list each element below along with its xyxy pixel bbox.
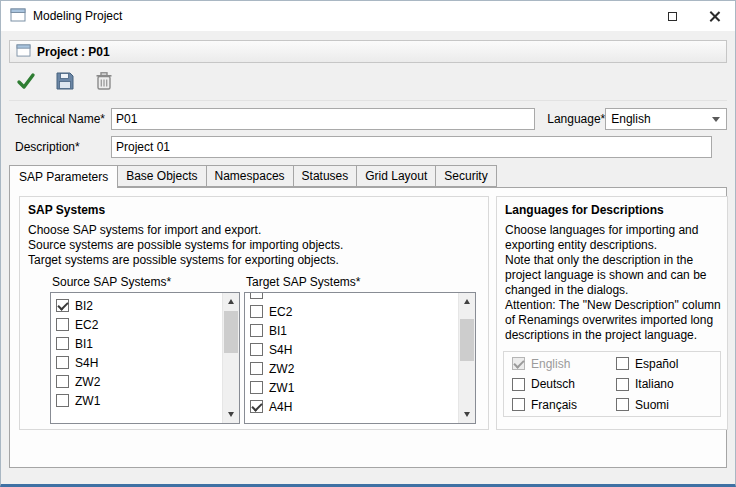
close-button[interactable] — [693, 1, 735, 31]
description-label: Description* — [15, 140, 111, 154]
language-label: Language* — [547, 112, 605, 126]
scroll-thumb[interactable] — [224, 311, 238, 353]
list-item[interactable]: BI1 — [56, 334, 222, 353]
checkbox[interactable] — [56, 356, 69, 369]
system-lists: Source SAP Systems* BI2 EC2 BI1 S4H ZW2 … — [50, 275, 488, 424]
arrow-up-icon — [228, 299, 234, 304]
sap-parameters-panel: SAP Systems Choose SAP systems for impor… — [9, 187, 727, 468]
checkbox[interactable] — [250, 381, 263, 394]
list-item[interactable]: ZW1 — [56, 391, 222, 410]
chevron-down-icon — [712, 117, 720, 122]
list-item[interactable]: S4H — [250, 340, 458, 359]
tab-strip: SAP Parameters Base Objects Namespaces S… — [9, 165, 727, 187]
trash-icon — [95, 71, 113, 94]
list-item[interactable]: A4H — [250, 397, 458, 416]
source-systems-listbox[interactable]: BI2 EC2 BI1 S4H ZW2 ZW1 — [50, 292, 240, 424]
language-option-espanol[interactable]: Español — [616, 355, 720, 373]
close-icon — [708, 10, 721, 23]
checkbox[interactable] — [56, 394, 69, 407]
source-systems-column: Source SAP Systems* BI2 EC2 BI1 S4H ZW2 … — [50, 275, 240, 424]
languages-description: Choose languages for importing and expor… — [505, 223, 721, 343]
list-item[interactable]: BI1 — [250, 321, 458, 340]
scroll-thumb[interactable] — [460, 319, 474, 361]
languages-title: Languages for Descriptions — [505, 203, 719, 217]
list-item[interactable]: S4H — [56, 353, 222, 372]
maximize-icon — [668, 12, 677, 21]
arrow-down-icon — [464, 412, 470, 417]
checkbox[interactable] — [56, 318, 69, 331]
delete-button[interactable] — [91, 70, 117, 95]
scroll-down-button[interactable] — [223, 406, 239, 423]
tab-base-objects[interactable]: Base Objects — [117, 165, 206, 187]
languages-checkbox-panel: English Español Deutsch Italiano Françai… — [503, 351, 721, 417]
target-systems-listbox[interactable]: EC2 BI1 S4H ZW2 ZW1 A4H — [244, 292, 476, 424]
toolbar — [9, 67, 727, 101]
checkbox[interactable] — [616, 398, 629, 411]
language-option-suomi[interactable]: Suomi — [616, 396, 720, 414]
arrow-down-icon — [228, 412, 234, 417]
list-item[interactable]: EC2 — [250, 302, 458, 321]
sap-systems-description: Choose SAP systems for import and export… — [28, 223, 482, 268]
accept-button[interactable] — [13, 70, 39, 95]
list-item[interactable]: ZW1 — [250, 378, 458, 397]
dialog-content: Project : P01 Technical Name* — [1, 31, 735, 484]
technical-name-field[interactable] — [111, 108, 535, 130]
checkbox[interactable] — [250, 400, 263, 413]
maximize-button[interactable] — [651, 1, 693, 31]
project-title: Project : P01 — [37, 45, 110, 59]
sap-systems-group: SAP Systems Choose SAP systems for impor… — [19, 196, 489, 430]
target-systems-rows: EC2 BI1 S4H ZW2 ZW1 A4H — [245, 293, 458, 423]
language-selected-value: English — [611, 112, 650, 126]
checkbox[interactable] — [616, 357, 629, 370]
list-item[interactable]: BI2 — [56, 296, 222, 315]
description-row: Description* — [15, 136, 727, 158]
source-systems-label: Source SAP Systems* — [52, 275, 240, 289]
language-option-english: English — [512, 355, 616, 373]
technical-name-row: Technical Name* Language* English — [15, 108, 727, 130]
language-option-italiano[interactable]: Italiano — [616, 375, 720, 393]
project-icon — [16, 44, 31, 60]
checkbox[interactable] — [56, 337, 69, 350]
tab-statuses[interactable]: Statuses — [293, 165, 358, 187]
scroll-up-button[interactable] — [459, 293, 475, 310]
checkbox[interactable] — [512, 378, 525, 391]
tab-grid-layout[interactable]: Grid Layout — [356, 165, 436, 187]
technical-name-label: Technical Name* — [15, 112, 111, 126]
tab-security[interactable]: Security — [435, 165, 496, 187]
list-item-clipped[interactable] — [250, 293, 458, 302]
checkbox[interactable] — [250, 293, 263, 299]
dialog-modeling-project: Modeling Project Project : P01 — [0, 0, 736, 487]
vertical-scrollbar[interactable] — [222, 293, 239, 423]
language-dropdown[interactable]: English — [605, 108, 727, 130]
arrow-up-icon — [464, 299, 470, 304]
checkbox[interactable] — [56, 299, 69, 312]
checkbox[interactable] — [250, 362, 263, 375]
language-option-deutsch[interactable]: Deutsch — [512, 375, 616, 393]
save-button[interactable] — [52, 70, 78, 95]
project-header: Project : P01 — [9, 40, 727, 63]
vertical-scrollbar[interactable] — [458, 293, 475, 423]
list-item[interactable]: ZW2 — [250, 359, 458, 378]
scroll-down-button[interactable] — [459, 406, 475, 423]
checkbox[interactable] — [512, 398, 525, 411]
language-option-francais[interactable]: Français — [512, 396, 616, 414]
tab-namespaces[interactable]: Namespaces — [206, 165, 294, 187]
tab-sap-parameters[interactable]: SAP Parameters — [9, 165, 118, 188]
titlebar: Modeling Project — [1, 1, 735, 31]
checkbox — [512, 357, 525, 370]
source-systems-rows: BI2 EC2 BI1 S4H ZW2 ZW1 — [51, 293, 222, 423]
description-field[interactable] — [111, 136, 712, 158]
floppy-disk-icon — [55, 71, 75, 94]
scroll-up-button[interactable] — [223, 293, 239, 310]
check-icon — [15, 70, 37, 95]
checkbox[interactable] — [250, 305, 263, 318]
target-systems-column: Target SAP Systems* EC2 BI1 S4H ZW2 ZW1 … — [244, 275, 476, 424]
checkbox[interactable] — [56, 375, 69, 388]
checkbox[interactable] — [616, 378, 629, 391]
app-icon — [10, 8, 26, 25]
checkbox[interactable] — [250, 343, 263, 356]
list-item[interactable]: ZW2 — [56, 372, 222, 391]
checkbox[interactable] — [250, 324, 263, 337]
list-item[interactable]: EC2 — [56, 315, 222, 334]
languages-group: Languages for Descriptions Choose langua… — [496, 196, 728, 430]
